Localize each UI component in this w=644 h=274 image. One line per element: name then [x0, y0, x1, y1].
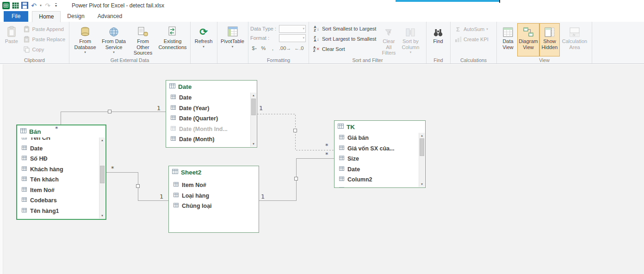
existing-connections-button[interactable]: Existing Connections [157, 23, 188, 56]
diagram-table-sheet2[interactable]: Sheet2 Item No# Loại hàng [168, 166, 259, 233]
field-row[interactable]: Giá bán [334, 133, 425, 143]
from-data-service-button[interactable]: From Data Service ▾ [99, 23, 129, 56]
field-list: Date Date (Year) Date (Quarter) [166, 93, 257, 145]
diagram-table-tk[interactable]: TK Giá bán Giá vốn SX của... [334, 120, 426, 188]
diagram-view-button[interactable]: Diagram View [517, 23, 539, 56]
field-row[interactable]: Date [334, 164, 425, 175]
field-row[interactable]: Date (Quarter) [166, 113, 257, 124]
table-header-sheet2[interactable]: Sheet2 [169, 166, 259, 178]
field-row[interactable]: Column2 [334, 174, 425, 185]
field-row[interactable]: Size [334, 154, 425, 164]
field-name: Size [347, 156, 359, 162]
currency-format-button[interactable]: $▾ [250, 44, 258, 52]
table-title: TK [347, 124, 355, 131]
field-row[interactable]: Tên khách [17, 174, 105, 185]
table-scrollbar[interactable]: ▲ ▼ [250, 93, 256, 147]
from-database-button[interactable]: From Database ▾ [71, 23, 99, 56]
paste-append-button[interactable]: Paste Append [21, 24, 67, 34]
pivottable-icon [227, 25, 238, 37]
pivottable-button[interactable]: PivotTable ▾ [219, 23, 246, 56]
workbook-icon[interactable] [11, 1, 20, 10]
autosum-button[interactable]: Σ AutoSum ▾ [452, 24, 495, 34]
field-row[interactable]: Chủng loại [169, 201, 259, 212]
cardinality-one-date: 1 [157, 105, 161, 112]
field-row[interactable]: Item No# [17, 185, 105, 196]
field-row[interactable]: Loại hàng [169, 191, 259, 201]
scroll-track[interactable] [99, 143, 105, 213]
field-row[interactable]: Date [17, 143, 105, 154]
field-name: Tên khách [30, 176, 59, 183]
diagram-table-date[interactable]: Date Date Date (Year) [166, 80, 257, 148]
from-other-sources-button[interactable]: From Other Sources [129, 23, 157, 56]
field-row[interactable]: Date (Month Ind... [166, 124, 257, 135]
table-header-ban[interactable]: Bán [17, 125, 105, 137]
comma-icon: , [272, 45, 273, 51]
paste-replace-button[interactable]: Paste Replace [21, 34, 67, 44]
scroll-down-icon[interactable]: ▼ [99, 213, 105, 218]
refresh-button[interactable]: ⟳ Refresh ▾ [192, 23, 215, 56]
table-header-date[interactable]: Date [166, 81, 257, 93]
relationship-node-sheet2-tk[interactable] [295, 177, 298, 181]
diagram-table-ban[interactable]: Bán Tên CH Date [16, 125, 106, 220]
field-row[interactable]: Khách hàng [17, 164, 105, 175]
field-row[interactable]: Date [166, 93, 257, 103]
sort-largest-to-smallest-button[interactable]: ZA↓ Sort Largest to Smallest [311, 34, 378, 44]
copy-button[interactable]: Copy [21, 44, 67, 55]
increase-decimal-button[interactable]: .00→ [278, 44, 292, 52]
scroll-up-icon[interactable]: ▲ [99, 137, 105, 143]
tab-home[interactable]: Home [32, 11, 61, 22]
qat-customize-icon[interactable]: ▾ [52, 1, 60, 10]
relationship-node-date-tk[interactable] [294, 129, 297, 132]
scroll-up-icon[interactable]: ▲ [419, 133, 425, 138]
scroll-track[interactable] [419, 138, 425, 181]
data-view-button[interactable]: Data View [499, 23, 517, 56]
connections-icon [167, 25, 178, 37]
scroll-down-icon[interactable]: ▼ [419, 181, 425, 187]
from-database-dropdown-icon: ▾ [84, 50, 86, 54]
relationship-line-ban-date[interactable] [61, 112, 166, 125]
calculation-area-button[interactable]: fx Calculation Area [560, 23, 589, 56]
scroll-thumb[interactable] [251, 99, 256, 115]
scroll-thumb[interactable] [420, 138, 424, 156]
create-kpi-button[interactable]: Create KPI [452, 34, 495, 44]
field-row[interactable]: Giá vốn SX của... [334, 143, 425, 154]
field-row[interactable]: Codebars [17, 195, 105, 206]
group-label-find: Find [427, 57, 450, 63]
group-label-sort-and-filter: Sort and Filter [309, 57, 426, 63]
table-header-tk[interactable]: TK [334, 121, 425, 133]
sort-smallest-to-largest-button[interactable]: AZ↓ Sort Smallest to Largest [311, 24, 378, 34]
column-icon [339, 187, 344, 188]
scroll-down-icon[interactable]: ▼ [251, 141, 256, 147]
diagram-canvas[interactable]: * 1 1 * * 1 1 * Date Date [0, 64, 644, 274]
sort-by-column-button[interactable]: Sort by Column ▾ [399, 23, 421, 56]
data-type-combo[interactable]: ▾ [279, 25, 306, 33]
scroll-thumb[interactable] [100, 166, 105, 183]
save-icon[interactable] [20, 1, 29, 10]
field-row[interactable]: Date (Month) [166, 134, 257, 145]
format-combo[interactable]: ▾ [279, 34, 306, 42]
comma-format-button[interactable]: , [269, 44, 277, 52]
field-row[interactable]: Tên hàng1 [17, 206, 105, 217]
find-button[interactable]: Find [428, 23, 448, 56]
field-row[interactable]: Số HĐ [17, 154, 105, 164]
decrease-decimal-button[interactable]: ←.0 [293, 44, 304, 52]
field-row[interactable]: Column3 [334, 185, 425, 188]
paste-button[interactable]: Paste [2, 23, 21, 56]
scroll-track[interactable] [251, 98, 256, 141]
show-hidden-button[interactable]: Show Hidden [539, 23, 560, 56]
undo-dropdown-icon[interactable]: ▾ [38, 1, 43, 10]
tab-advanced[interactable]: Advanced [91, 11, 129, 22]
field-row[interactable]: Item No# [169, 180, 259, 191]
field-row[interactable]: Date (Year) [166, 103, 257, 114]
undo-icon[interactable]: ↶ [29, 1, 38, 10]
clear-sort-button[interactable]: AZ✕ Clear Sort [311, 44, 378, 54]
tab-file[interactable]: File [4, 11, 28, 22]
scroll-up-icon[interactable]: ▲ [251, 93, 256, 98]
percent-format-button[interactable]: % [260, 44, 267, 52]
tab-design[interactable]: Design [61, 11, 91, 22]
clear-all-filters-button[interactable]: x Clear All Filters [378, 23, 399, 56]
table-scrollbar[interactable]: ▲ ▼ [419, 133, 425, 187]
relationship-node-ban-date[interactable] [108, 110, 111, 113]
relationship-node-ban-sheet2[interactable] [136, 185, 140, 188]
table-scrollbar[interactable]: ▲ ▼ [99, 137, 105, 218]
